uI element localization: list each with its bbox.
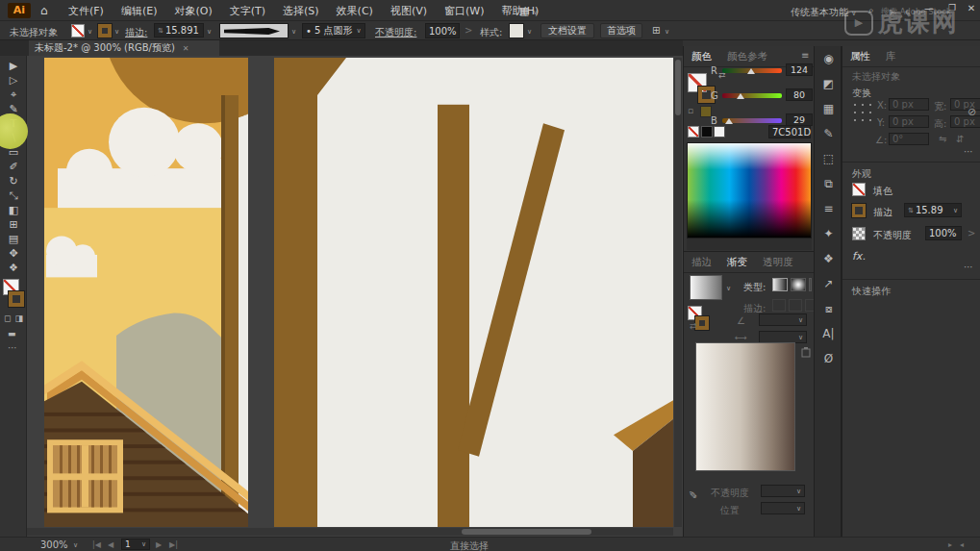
close-button[interactable]: ✕ [965,3,978,13]
toolbar-more-button[interactable]: ⋯ [8,342,17,353]
search-icon[interactable]: ⌕ [868,5,874,16]
props-stroke-swatch[interactable] [852,204,866,217]
swatches-icon[interactable]: ▦ [815,96,842,121]
tab-transparency[interactable]: 透明度 [755,252,801,272]
direct-selection-tool[interactable]: ▷ [0,73,27,88]
profile-chevron-icon[interactable]: ∨ [291,28,296,36]
selection-tool[interactable]: ▶ [0,59,27,73]
artboard-number-input[interactable]: 1∨ [121,538,150,550]
tab-close-icon[interactable]: ✕ [183,44,189,53]
menu-item-6[interactable]: 视图(V) [382,0,436,22]
eyedropper-tool[interactable]: ✥ [0,246,27,261]
opacity-expand-icon[interactable]: > [465,25,472,36]
opacity-label[interactable]: 不透明度: [375,26,416,39]
panel-collapse-icon[interactable]: ◂ [960,540,964,549]
props-opacity-swatch[interactable] [852,227,866,240]
last-artboard-icon[interactable]: ▶| [169,540,178,549]
document-tab[interactable]: 未标题-2* @ 300% (RGB/预览) ✕ [29,40,219,56]
channel-value-r[interactable]: 124 [786,63,813,76]
menu-item-3[interactable]: 文字(T) [221,0,274,22]
hand-tool[interactable]: ❖ [0,261,27,275]
fill-swatch[interactable] [71,24,85,38]
menu-item-2[interactable]: 对象(O) [165,0,220,22]
minimize-button[interactable]: — [921,3,937,13]
stroke-chevron-icon[interactable]: ∨ [114,28,119,36]
props-stroke-weight-input[interactable]: ⇅15.89 ∨ [904,203,962,217]
color-icon[interactable]: ◉ [815,46,842,71]
reference-point-locator[interactable] [850,100,871,121]
style-swatch[interactable] [509,23,524,38]
slider-handle-r[interactable] [747,68,755,74]
artboards-icon[interactable]: ⧇ [815,296,842,321]
type-tool[interactable]: T [0,116,27,131]
prev-artboard-icon[interactable]: ◀ [108,540,113,549]
toolbar-stroke-swatch[interactable] [9,291,24,307]
brushes-icon[interactable]: ✎ [815,121,842,146]
line-segment-tool[interactable]: ∖ [0,131,27,145]
stroke-weight-input[interactable]: ⇅15.891 [154,23,204,38]
zoom-chevron-icon[interactable]: ∨ [73,541,78,549]
slider-track-g[interactable] [722,93,782,98]
magic-wand-tool[interactable]: ⌖ [0,88,27,102]
zoom-level[interactable]: 300% [40,539,68,550]
horizontal-scrollbar[interactable] [27,528,673,536]
menu-item-4[interactable]: 选择(S) [274,0,328,22]
style-chevron-icon[interactable]: ∨ [527,28,532,36]
props-opacity-expand-icon[interactable]: > [967,228,975,238]
freeform-gradient-button[interactable] [809,278,812,291]
perspective-grid-tool[interactable]: ⊞ [0,217,27,232]
paintbrush-tool[interactable]: ✐ [0,160,27,174]
stroke-weight-label[interactable]: 描边: [125,26,147,39]
layers-icon[interactable]: ❖ [815,246,842,271]
restore-button[interactable]: ❐ [944,3,960,13]
props-opacity-input[interactable]: 100% [925,226,962,240]
preferences-button[interactable]: 首选项 [600,23,642,38]
shape-builder-tool[interactable]: ◧ [0,203,27,217]
screen-mode-button[interactable]: ▬ [8,329,16,338]
artboard-scene[interactable] [44,58,248,527]
gradient-thumb-chevron-icon[interactable]: ∨ [726,285,731,292]
align-icon[interactable]: ≡ [815,196,842,221]
transform-icon[interactable]: ⧉ [815,171,842,196]
panel-expand-icon[interactable]: ▸ [948,540,952,549]
magic-wand-icon[interactable]: ✦ [815,221,842,246]
character-icon[interactable]: A| [815,321,842,346]
export-icon[interactable]: ↗ [815,271,842,296]
first-artboard-icon[interactable]: |◀ [92,540,101,549]
channel-value-g[interactable]: 80 [786,88,813,101]
slider-handle-b[interactable] [725,118,733,124]
artboard-working[interactable] [274,58,673,527]
lock-proportions-icon[interactable]: ⊘ [967,106,976,118]
flip-horizontal-icon[interactable]: ⇋ [939,134,946,144]
draw-mode-buttons[interactable]: ◻ ◨ [4,313,27,323]
appearance-more-button[interactable]: ⋯ [964,262,973,272]
scale-tool[interactable]: ⤡ [0,188,27,203]
draw-normal-icon[interactable]: ◻ [4,313,11,323]
arrange-docs-icon[interactable]: ⊞ [652,25,660,36]
gradient-preview[interactable] [695,342,795,471]
gradient-thumbnail[interactable] [690,275,722,300]
next-artboard-icon[interactable]: ▶ [156,540,162,549]
workspace-switcher[interactable]: 传统基本功能 ∨ [791,6,856,19]
menu-item-5[interactable]: 效果(C) [328,0,382,22]
rectangle-tool[interactable]: ▭ [0,145,27,160]
arrange-docs-chevron-icon[interactable]: ∨ [665,28,669,36]
panel-menu-icon[interactable]: ≡ [801,50,809,61]
menu-item-7[interactable]: 窗口(W) [436,0,492,22]
stock-search-label[interactable]: 搜索 Adobe Stock [881,7,951,18]
brush-definition[interactable]: •5 点圆形 ∨ [302,23,365,38]
stroke-weight-chevron-icon[interactable]: ∨ [207,28,212,36]
menu-item-0[interactable]: 文件(F) [60,0,113,22]
slider-handle-g[interactable] [737,93,744,99]
document-setup-button[interactable]: 文档设置 [540,23,594,38]
tab-stroke[interactable]: 描边 [684,252,719,272]
black-swatch[interactable] [701,126,713,138]
arrange-documents-icon[interactable]: ▦ ∨ [519,5,538,17]
canvas[interactable] [27,56,683,537]
menu-item-1[interactable]: 编辑(E) [113,0,166,22]
paragraph-icon[interactable]: Ø [815,346,842,371]
color-spectrum[interactable] [687,142,812,238]
linear-gradient-button[interactable] [772,278,788,291]
variable-width-profile[interactable] [219,23,289,38]
gradient-stroke-proxy[interactable] [695,316,709,330]
